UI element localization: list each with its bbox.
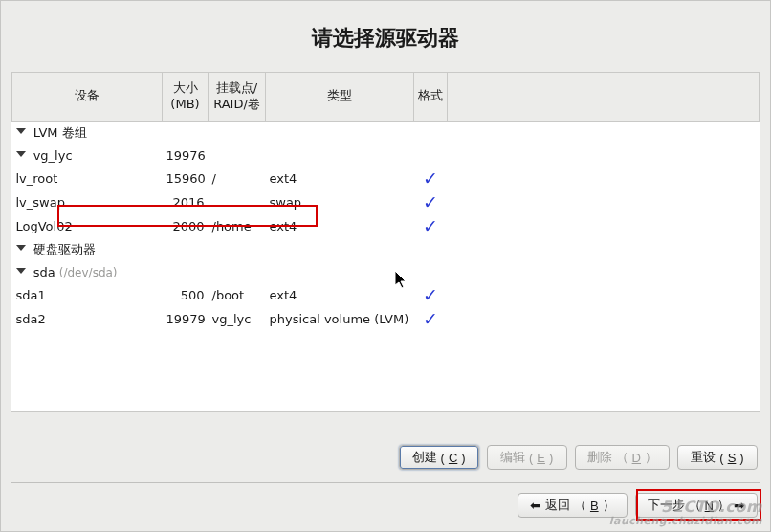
col-format[interactable]: 格式 bbox=[414, 73, 448, 121]
part-name: sda1 bbox=[12, 283, 163, 307]
lv-name: LogVol02 bbox=[12, 214, 163, 238]
disk-name: sda bbox=[33, 265, 55, 279]
partition-row[interactable]: sda1 500 /boot ext4 ✓ bbox=[12, 283, 760, 307]
partition-table: 设备 大小 (MB) 挂载点/ RAID/卷 类型 格式 bbox=[11, 73, 760, 331]
lv-row[interactable]: lv_root 15960 / ext4 ✓ bbox=[12, 166, 760, 190]
page-title: 请选择源驱动器 bbox=[1, 1, 770, 72]
lv-name: lv_swap bbox=[12, 190, 163, 214]
group-row-disks[interactable]: 硬盘驱动器 bbox=[12, 238, 760, 261]
reset-button[interactable]: 重设(S) bbox=[677, 445, 758, 470]
next-button[interactable]: 下一步（N） ➡ bbox=[635, 493, 758, 518]
svg-marker-3 bbox=[16, 268, 26, 274]
check-icon: ✓ bbox=[423, 284, 438, 305]
col-type[interactable]: 类型 bbox=[266, 73, 414, 121]
group-label: 硬盘驱动器 bbox=[33, 242, 96, 256]
chevron-down-icon[interactable] bbox=[16, 266, 28, 277]
lv-mount: /home bbox=[209, 214, 266, 238]
lv-size: 15960 bbox=[163, 166, 209, 190]
edit-button[interactable]: 编辑(E) bbox=[487, 445, 567, 470]
back-button[interactable]: ⬅ 返回（B） bbox=[518, 493, 628, 518]
arrow-left-icon: ⬅ bbox=[530, 499, 541, 512]
check-icon: ✓ bbox=[423, 215, 438, 236]
vg-name: vg_lyc bbox=[33, 148, 73, 163]
installer-window: 请选择源驱动器 设备 大小 (MB) 挂载点/ RAID/卷 bbox=[0, 0, 771, 532]
chevron-down-icon[interactable] bbox=[16, 149, 28, 161]
vg-size: 19976 bbox=[163, 144, 209, 166]
nav-button-row: ⬅ 返回（B） 下一步（N） ➡ bbox=[518, 493, 758, 518]
group-label: LVM 卷组 bbox=[33, 125, 87, 140]
edit-button-row: 创建(C) 编辑(E) 删除（D） 重设(S) bbox=[399, 445, 758, 470]
delete-button[interactable]: 删除（D） bbox=[575, 445, 670, 470]
partition-row[interactable]: sda2 19979 vg_lyc physical volume (LVM) … bbox=[12, 307, 760, 331]
arrow-right-icon: ➡ bbox=[734, 499, 745, 512]
lv-type: swap bbox=[266, 190, 414, 214]
vg-row[interactable]: vg_lyc 19976 bbox=[12, 144, 760, 166]
lv-size: 2016 bbox=[163, 190, 209, 214]
disk-path: (/dev/sda) bbox=[59, 266, 118, 279]
lv-mount bbox=[209, 190, 266, 214]
part-mount: vg_lyc bbox=[209, 307, 266, 331]
part-type: ext4 bbox=[266, 283, 414, 307]
svg-marker-0 bbox=[16, 128, 26, 134]
lv-type: ext4 bbox=[266, 214, 414, 238]
chevron-down-icon[interactable] bbox=[16, 243, 28, 255]
part-name: sda2 bbox=[12, 307, 163, 331]
check-icon: ✓ bbox=[423, 191, 438, 212]
svg-marker-2 bbox=[16, 245, 26, 251]
col-size[interactable]: 大小 (MB) bbox=[163, 73, 209, 121]
lv-row[interactable]: lv_swap 2016 swap ✓ bbox=[12, 190, 760, 214]
col-mount[interactable]: 挂载点/ RAID/卷 bbox=[209, 73, 266, 121]
partition-tree[interactable]: 设备 大小 (MB) 挂载点/ RAID/卷 类型 格式 bbox=[11, 72, 760, 412]
part-size: 500 bbox=[163, 283, 209, 307]
table-header-row: 设备 大小 (MB) 挂载点/ RAID/卷 类型 格式 bbox=[12, 73, 760, 121]
check-icon: ✓ bbox=[423, 308, 438, 329]
disk-row[interactable]: sda (/dev/sda) bbox=[12, 261, 760, 283]
separator bbox=[11, 482, 760, 483]
col-device[interactable]: 设备 bbox=[12, 73, 163, 121]
part-mount: /boot bbox=[209, 283, 266, 307]
lv-row[interactable]: LogVol02 2000 /home ext4 ✓ bbox=[12, 214, 760, 238]
part-size: 19979 bbox=[163, 307, 209, 331]
lv-size: 2000 bbox=[163, 214, 209, 238]
lv-mount: / bbox=[209, 166, 266, 190]
chevron-down-icon[interactable] bbox=[16, 126, 28, 138]
lv-name: lv_root bbox=[12, 166, 163, 190]
create-button[interactable]: 创建(C) bbox=[399, 445, 479, 470]
svg-marker-1 bbox=[16, 151, 26, 157]
lv-type: ext4 bbox=[266, 166, 414, 190]
group-row-lvm[interactable]: LVM 卷组 bbox=[12, 121, 760, 144]
check-icon: ✓ bbox=[423, 167, 438, 188]
part-type: physical volume (LVM) bbox=[266, 307, 414, 331]
